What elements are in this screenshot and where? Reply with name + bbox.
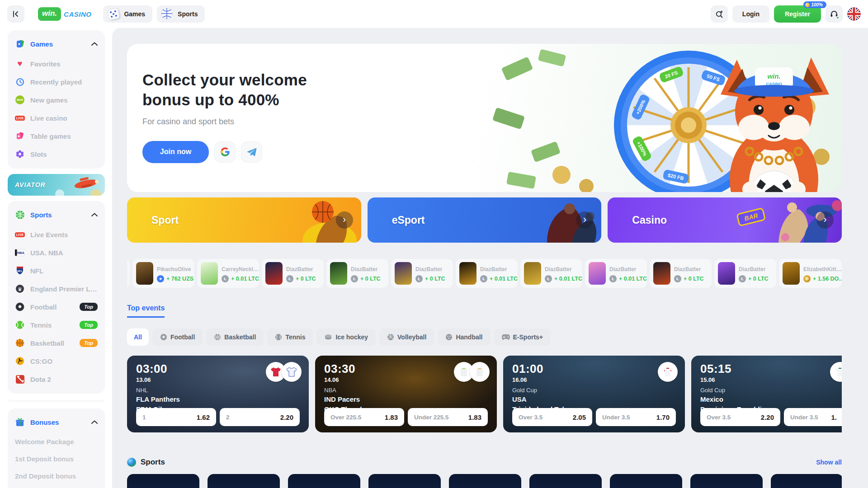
odds-button[interactable]: 22.20 <box>220 408 300 426</box>
winner-item[interactable]: CarreyNeckl…Ł+ 0.01 LTC <box>197 259 259 288</box>
recent-wins-ticker: PikachuOlive★+ 762 UZS CarreyNeckl…Ł+ 0.… <box>127 259 842 288</box>
odds-button[interactable]: Over 3.52.20 <box>700 408 780 426</box>
sport-thumbnail[interactable] <box>771 474 842 488</box>
support-button[interactable] <box>826 5 843 23</box>
sidebar-bonuses-header[interactable]: Bonuses <box>15 411 98 433</box>
sport-thumbnail[interactable] <box>208 474 280 488</box>
filter-handball[interactable]: Handball <box>438 328 490 346</box>
sidebar-games-header[interactable]: Games <box>15 33 98 55</box>
winner-item[interactable]: DiazBatterŁ+ 0.01 LTC <box>456 259 518 288</box>
sidebar-item-slots[interactable]: Slots <box>15 145 98 163</box>
winner-item[interactable]: PikachuOlive★+ 762 UZS <box>132 259 194 288</box>
nav-games-button[interactable]: Games <box>103 5 152 23</box>
telegram-icon <box>246 146 257 157</box>
winner-item[interactable]: DiazBatterŁ+ 0 LTC <box>262 259 324 288</box>
sport-thumbnail[interactable] <box>449 474 521 488</box>
winner-item[interactable]: DiazBatterŁ+ 0 LTC <box>714 259 776 288</box>
sidebar-item-2nd-deposit[interactable]: 2nd Deposit bonus <box>15 467 98 484</box>
brand-logo[interactable]: win. CASINO <box>38 7 91 21</box>
sport-thumbnail[interactable] <box>690 474 763 488</box>
sidebar-collapse-button[interactable] <box>7 5 24 23</box>
sidebar-item-csgo[interactable]: CS:GO <box>15 352 98 370</box>
winner-item[interactable]: DiazBatterŁ+ 0.01 LTC <box>520 259 582 288</box>
login-button[interactable]: Login <box>732 5 769 23</box>
odds-button[interactable]: Over 3.52.05 <box>512 408 592 426</box>
sidebar-item-welcome-package[interactable]: Welcome Package <box>15 433 98 450</box>
esport-banner[interactable]: eSport › <box>368 197 602 243</box>
register-button[interactable]: Register 100% <box>774 5 821 23</box>
chevron-right-icon: › <box>576 211 593 229</box>
filter-tennis[interactable]: Tennis <box>267 328 313 346</box>
aviator-banner[interactable]: AVIATOR <box>8 174 105 196</box>
sport-thumbnail[interactable] <box>127 474 199 488</box>
event-card[interactable]: 05:15 15.06 Gold Cup Mexico Dominican Re… <box>691 356 842 432</box>
winner-item[interactable]: DiazBatterŁ+ 0 LTC <box>650 259 712 288</box>
ltc-coin-icon: Ł <box>674 275 681 282</box>
sidebar-item-basketball[interactable]: Basketball Top <box>15 334 98 352</box>
svg-text:♛: ♛ <box>18 286 22 292</box>
winner-item[interactable]: DiazBatterŁ+ 0 LTC <box>391 259 453 288</box>
sidebar-item-dota2[interactable]: Dota 2 <box>15 370 98 388</box>
sport-thumbnail[interactable] <box>610 474 682 488</box>
filter-ice-hockey[interactable]: Ice hockey <box>316 328 376 346</box>
logo-win-badge: win. <box>38 7 61 21</box>
ltc-coin-icon: Ł <box>415 275 423 282</box>
team-jersey-icons <box>834 362 842 382</box>
odds-button[interactable]: Under 225.51.83 <box>408 408 488 426</box>
winner-item[interactable]: ElizabethKitt…Đ+ 1.56 DO… <box>779 259 842 288</box>
odds-button[interactable]: 11.62 <box>136 408 216 426</box>
sidebar-item-football[interactable]: Football Top <box>15 298 98 316</box>
team-jersey-icons <box>270 362 302 382</box>
football-icon <box>160 333 167 341</box>
odds-button[interactable]: Under 3.51.70 <box>596 408 676 426</box>
filter-volleyball[interactable]: Volleyball <box>379 328 434 346</box>
winner-item[interactable]: DiazBatterŁ+ 0 LTC <box>326 259 388 288</box>
filter-all[interactable]: All <box>127 328 149 346</box>
google-signup-button[interactable] <box>214 141 236 163</box>
filter-esports[interactable]: E-Sports+ <box>494 328 551 346</box>
telegram-signup-button[interactable] <box>241 141 262 163</box>
search-button[interactable] <box>711 5 728 23</box>
sidebar-item-live-events[interactable]: LIVE Live Events <box>15 225 98 244</box>
sport-thumbnail[interactable] <box>529 474 602 488</box>
event-card[interactable]: 03:00 13.06 NHL FLA Panthers EDM Oilers … <box>127 356 309 432</box>
hero-mascot-art: 50 FS 20 FS +200% +100% $20 FB <box>489 44 842 192</box>
sidebar-item-new-games[interactable]: NEW New games <box>15 91 98 109</box>
winner-item-clipped[interactable] <box>127 259 130 288</box>
sidebar-item-table-games[interactable]: Table games <box>15 127 98 145</box>
filter-basketball[interactable]: Basketball <box>206 328 264 346</box>
game-thumbnail <box>136 262 153 285</box>
sidebar-item-epl[interactable]: ♛ England Premier Lea… <box>15 280 98 298</box>
chevron-up-icon <box>91 42 98 46</box>
sidebar-item-usa-nba[interactable]: NBA USA. NBA <box>15 244 98 262</box>
sport-banner[interactable]: Sport › <box>127 197 361 243</box>
sport-thumbnail[interactable] <box>288 474 360 488</box>
filter-football[interactable]: Football <box>152 328 203 346</box>
sidebar-item-1st-deposit[interactable]: 1st Deposit bonus <box>15 450 98 467</box>
sidebar-item-favorites[interactable]: ♥ Favorites <box>15 55 98 73</box>
search-icon <box>715 10 723 18</box>
sport-thumbnail[interactable] <box>368 474 441 488</box>
game-thumbnail <box>330 262 347 285</box>
event-card[interactable]: 01:00 16.06 Gold Cup USA Trinidad and To… <box>503 356 685 432</box>
sidebar-sports-header[interactable]: Sports <box>15 204 98 225</box>
top-events-tab[interactable]: Top events <box>127 304 165 318</box>
sidebar: Games ♥ Favorites Recently played NEW Ne… <box>0 28 112 488</box>
event-card[interactable]: 03:30 14.06 NBA IND Pacers OKC Thunder O… <box>315 356 497 432</box>
casino-banner[interactable]: BAR Casino › <box>608 197 842 243</box>
sidebar-item-nfl[interactable]: NFL NFL <box>15 262 98 280</box>
odds-button[interactable]: Over 225.51.83 <box>324 408 404 426</box>
winner-item[interactable]: DiazBatterŁ+ 0.01 LTC <box>585 259 647 288</box>
odds-button[interactable]: Under 3.51. <box>784 408 842 426</box>
join-now-button[interactable]: Join now <box>142 141 209 163</box>
sidebar-item-live-casino[interactable]: LIVE Live casino <box>15 109 98 127</box>
sidebar-item-tennis[interactable]: Tennis Top <box>15 316 98 334</box>
language-flag-button[interactable] <box>847 7 861 21</box>
basketball-icon <box>214 333 221 341</box>
game-thumbnail <box>783 262 800 285</box>
ltc-coin-icon: Ł <box>739 275 746 282</box>
sidebar-item-recently-played[interactable]: Recently played <box>15 73 98 91</box>
sidebar-item-3rd-deposit[interactable]: 3rd Deposit bonus <box>15 484 98 488</box>
nav-sports-button[interactable]: Sports <box>157 5 205 23</box>
show-all-link[interactable]: Show all <box>816 459 842 466</box>
